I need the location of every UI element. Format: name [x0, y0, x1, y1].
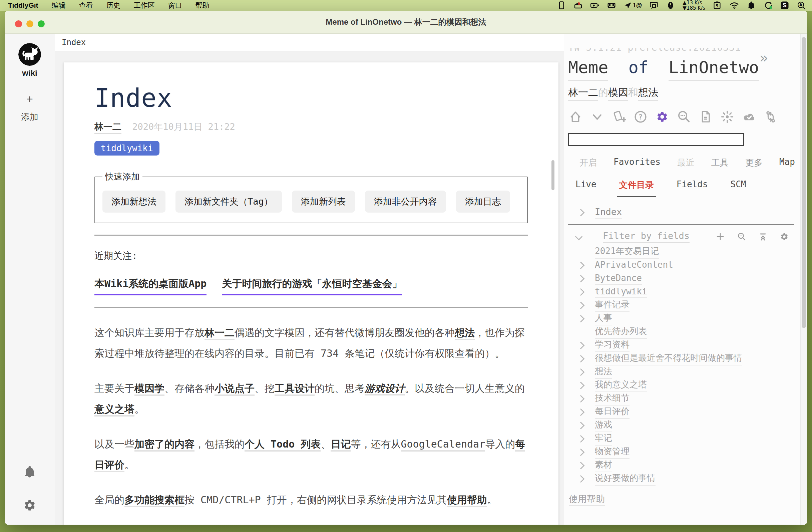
tree-item[interactable]: 2021年交易日记	[568, 245, 794, 259]
chevron-right-icon[interactable]	[577, 448, 585, 456]
tree-item[interactable]: tiddlywiki	[568, 285, 794, 299]
collapse-top-icon[interactable]	[758, 232, 768, 242]
help-icon[interactable]: ?	[633, 110, 648, 124]
tree-item-label[interactable]: 素材	[595, 459, 612, 472]
workspace-avatar[interactable]	[18, 43, 41, 66]
mouse-icon[interactable]	[666, 1, 675, 10]
tree-item-label[interactable]: 优先待办列表	[595, 326, 647, 339]
tree-item-label[interactable]: 2021年交易日记	[595, 245, 659, 259]
network-speed[interactable]: ▲13 K/s ▼185 K/s	[683, 0, 705, 11]
tree-item-label[interactable]: 很想做但是最近舍不得花时间做的事情	[595, 352, 742, 365]
chevron-right-icon[interactable]	[577, 288, 585, 296]
main-scrollbar-thumb[interactable]	[551, 160, 554, 190]
minimize-window-button[interactable]	[26, 20, 33, 27]
search-icon[interactable]: A	[797, 1, 806, 10]
preferences-gear-icon[interactable]	[22, 498, 38, 513]
usage-help-link[interactable]: 使用帮助	[569, 494, 605, 506]
chevron-right-icon[interactable]	[577, 315, 585, 323]
location-status[interactable]: 1@	[624, 1, 642, 10]
chevron-right-icon[interactable]	[577, 209, 585, 217]
tree-settings-gear-icon[interactable]	[779, 232, 789, 242]
tree-item[interactable]: 素材	[568, 459, 794, 472]
tree-item-label[interactable]: 我的意义之塔	[595, 379, 647, 392]
clipboard-history-icon[interactable]: 5	[713, 1, 722, 10]
tree-root-label[interactable]: Index	[595, 206, 622, 219]
tree-item-label[interactable]: 物资管理	[595, 446, 629, 459]
tree-item-label[interactable]: tiddlywiki	[595, 286, 647, 298]
theme-brightness-icon[interactable]	[720, 110, 735, 124]
chevron-right-icon[interactable]	[577, 382, 585, 389]
chevron-right-icon[interactable]	[577, 302, 585, 310]
sidebar-tab[interactable]: 更多	[745, 157, 763, 169]
menu-item[interactable]: 窗口	[168, 1, 182, 10]
menu-item[interactable]: 编辑	[52, 1, 66, 10]
tab-index[interactable]: Index	[62, 38, 86, 47]
open-document-icon[interactable]	[698, 110, 713, 124]
notifications-bell-icon[interactable]	[23, 465, 37, 479]
git-sync-icon[interactable]	[763, 110, 778, 124]
hide-sidebar-chevrons-icon[interactable]: »	[759, 51, 768, 65]
add-workspace-label[interactable]: 添加	[5, 111, 55, 123]
tree-item-label[interactable]: 说好要做的事情	[595, 472, 655, 486]
tree-item[interactable]: 物资管理	[568, 446, 794, 459]
tree-item-label[interactable]: 学习资料	[595, 339, 629, 352]
chevron-right-icon[interactable]	[577, 395, 585, 403]
toolbox-icon[interactable]	[574, 1, 583, 10]
tree-item[interactable]: 想法	[568, 365, 794, 379]
tree-item[interactable]: 牢记	[568, 432, 794, 446]
tree-item[interactable]: 游戏	[568, 419, 794, 432]
add-icon[interactable]	[715, 232, 725, 242]
tree-item-label[interactable]: 想法	[595, 365, 612, 379]
close-window-button[interactable]	[15, 20, 22, 27]
menu-item[interactable]: 历史	[106, 1, 120, 10]
quick-add-button[interactable]: 添加新文件夹（Tag）	[175, 190, 282, 213]
featured-link[interactable]: 本Wiki系统的桌面版App	[95, 277, 206, 296]
chevron-right-icon[interactable]	[577, 262, 585, 269]
tree-root-row[interactable]: Index	[568, 206, 794, 219]
tree-item[interactable]: ByteDance	[568, 272, 794, 285]
add-workspace-icon[interactable]: +	[5, 92, 55, 105]
chevron-right-icon[interactable]	[577, 342, 585, 349]
sidebar-tab[interactable]: Favorites	[613, 157, 661, 169]
menu-item[interactable]: 帮助	[195, 1, 209, 10]
tree-item[interactable]: 优先待办列表	[568, 326, 794, 339]
tree-item[interactable]: 很想做但是最近舍不得花时间做的事情	[568, 352, 794, 365]
sidebar-tab[interactable]: Map	[779, 157, 795, 169]
settings-gear-icon[interactable]	[655, 110, 669, 124]
fold-all-chevron-down-icon[interactable]	[590, 110, 605, 124]
quick-add-button[interactable]: 添加非公开内容	[365, 190, 446, 213]
tree-item[interactable]: APrivateContent	[568, 259, 794, 272]
sidebar-tab[interactable]: 工具	[711, 157, 729, 169]
filter-by-fields-label[interactable]: Filter by fields	[603, 231, 690, 243]
s-app-icon[interactable]: S	[780, 1, 789, 10]
tag-pill[interactable]: tiddlywiki	[95, 141, 159, 156]
tree-item-label[interactable]: 每日评价	[595, 405, 629, 419]
chevron-right-icon[interactable]	[577, 355, 585, 363]
tree-item-label[interactable]: APrivateContent	[595, 260, 673, 271]
sidebar-tab[interactable]: Fields	[677, 179, 708, 191]
sidebar-scrollbar-thumb[interactable]	[802, 37, 806, 328]
tree-item-label[interactable]: 事件记录	[595, 299, 629, 312]
sync-status-icon[interactable]	[763, 1, 773, 10]
sidebar-tab[interactable]: SCM	[730, 179, 746, 191]
chevron-right-icon[interactable]	[577, 435, 585, 443]
sidebar-scrollbar-track[interactable]	[800, 34, 807, 524]
quick-add-button[interactable]: 添加日志	[456, 190, 510, 213]
cloud-save-icon[interactable]	[742, 110, 756, 124]
quick-add-button[interactable]: 添加新列表	[292, 190, 355, 213]
tree-item-label[interactable]: 牢记	[595, 432, 612, 446]
tree-item[interactable]: 学习资料	[568, 339, 794, 352]
author-link[interactable]: 林一二	[95, 121, 121, 134]
home-icon[interactable]	[568, 110, 583, 124]
tree-item[interactable]: 事件记录	[568, 299, 794, 312]
menu-item[interactable]: 查看	[79, 1, 93, 10]
menu-app-name[interactable]: TiddlyGit	[8, 1, 38, 9]
tree-item-label[interactable]: 技术细节	[595, 392, 629, 405]
battery-charging-icon[interactable]	[590, 1, 599, 10]
menu-item[interactable]: 工作区	[134, 1, 155, 10]
featured-link[interactable]: 关于时间旅行的游戏「永恒时空基金会」	[222, 277, 402, 296]
screen-mirroring-icon[interactable]	[649, 1, 658, 10]
chevron-right-icon[interactable]	[577, 369, 585, 376]
sidebar-tab[interactable]: 文件目录	[619, 179, 654, 191]
zoom-search-icon[interactable]	[737, 232, 746, 242]
